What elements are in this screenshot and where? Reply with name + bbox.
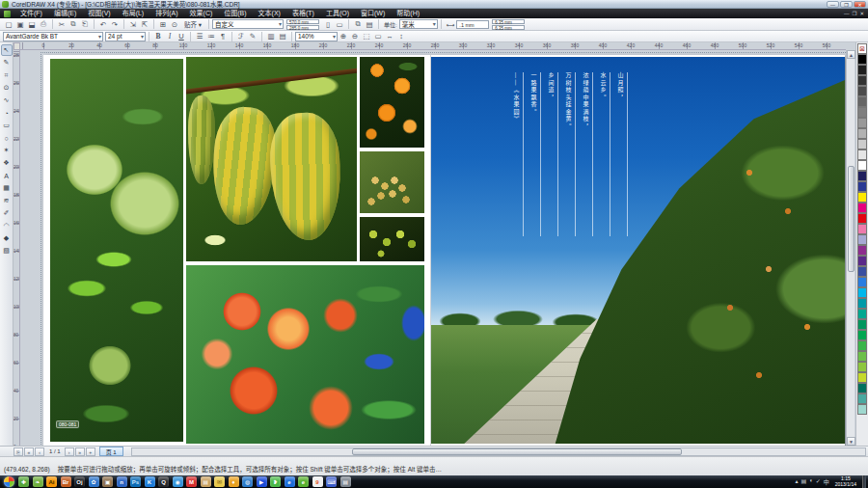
save-icon[interactable]: ⬓ [26,19,38,30]
taskbar-ie-icon[interactable]: e [285,476,295,487]
doc-restore-button[interactable]: ❐ [852,11,856,16]
color-swatch-11[interactable] [857,171,867,181]
full-page-view-icon[interactable]: ▥ [265,31,277,41]
color-swatch-14[interactable] [857,203,867,213]
application-launcher-icon[interactable]: ⊞ [157,19,169,30]
color-swatch-29[interactable] [857,362,867,372]
taskbar-mail-icon[interactable]: ✉ [214,476,225,487]
font-size-select[interactable]: 24 pt [105,32,146,41]
taskbar-coreldraw-icon[interactable]: ❧ [33,476,43,487]
duplicate-y-field[interactable]: 6.35 mm [492,25,525,30]
table-tool[interactable]: ▦ [1,182,13,194]
zoom-page-icon[interactable]: ▭ [372,31,384,41]
color-swatch-19[interactable] [857,256,867,266]
page-spread[interactable]: 080-081 山月照，水云乡。浓绿荫中果满枝，万树枝头挂金黄。乡间道，一路果飘… [43,55,845,446]
horizontal-scrollbar[interactable] [131,447,866,456]
zoom-out-icon[interactable]: ⊖ [349,31,361,41]
drawing-canvas[interactable]: 080-081 山月照，水云乡。浓绿荫中果满枝，万树枝头挂金黄。乡间道，一路果飘… [20,50,846,446]
undo-icon[interactable]: ↶ [97,19,109,30]
portrait-button[interactable]: ▯ [322,19,334,30]
units-select[interactable]: 毫米 [399,19,438,29]
maximize-button[interactable]: ❐ [840,1,853,8]
color-swatch-15[interactable] [857,213,867,224]
menu-item-5[interactable]: 效果(C) [184,9,219,18]
menu-item-8[interactable]: 表格(T) [286,9,320,18]
color-swatch-21[interactable] [857,277,867,287]
current-page-button[interactable]: ▤ [364,19,375,30]
no-color-swatch[interactable]: ⊠ [857,43,867,54]
taskbar-n-app-icon[interactable]: n [117,476,127,487]
color-swatch-0[interactable] [857,54,867,65]
tray-network-icon[interactable]: ▤ [800,477,806,486]
bullet-list-icon[interactable]: ≔ [205,31,217,41]
font-family-select[interactable]: AvantGarde Bk BT [3,32,103,41]
doc-close-button[interactable]: ✕ [859,11,864,16]
zoom-in-icon[interactable]: ⊕ [338,31,349,41]
color-swatch-4[interactable] [857,96,867,107]
ellipse-tool[interactable]: ○ [1,132,13,144]
tray-volume-icon[interactable]: ◖ [809,477,813,486]
menu-item-2[interactable]: 视图(V) [82,9,116,18]
outline-tool[interactable]: ◠ [1,220,13,231]
taskbar-green-bird-icon[interactable]: ❥ [270,476,281,487]
color-swatch-30[interactable] [857,372,867,383]
taskbar-360safe-icon[interactable]: ✚ [18,476,29,487]
photo-green-plums[interactable] [360,217,424,261]
color-swatch-8[interactable] [857,139,867,149]
char-formatting-icon[interactable]: ℱ [235,31,247,41]
color-swatch-7[interactable] [857,128,867,139]
color-swatch-33[interactable] [857,404,867,415]
taskbar-notes-icon[interactable]: ▤ [201,476,211,487]
taskbar-360browser-icon[interactable]: e [298,476,309,487]
color-swatch-18[interactable] [857,245,867,256]
menu-item-3[interactable]: 布局(L) [117,9,150,18]
taskbar-firebird-icon[interactable]: ♦ [229,476,239,487]
taskbar-devices-icon[interactable]: ⌨ [326,476,337,487]
color-swatch-3[interactable] [857,86,867,96]
hscroll-thumb[interactable] [352,448,682,455]
edit-text-icon[interactable]: ✎ [247,31,258,41]
snap-to-dropdown[interactable]: 贴齐 ▾ [180,19,205,29]
zoom-tool[interactable]: ⊙ [1,82,13,94]
tray-safety-icon[interactable]: ✓ [816,477,821,486]
vertical-scrollbar[interactable]: ▲ ▼ [846,50,854,446]
pick-tool[interactable]: ↖ [1,44,13,56]
color-swatch-9[interactable] [857,149,867,160]
color-swatch-22[interactable] [857,287,867,298]
color-swatch-2[interactable] [857,75,867,86]
minimize-button[interactable]: — [827,1,839,8]
taskbar-bridge-icon[interactable]: Br [61,476,71,487]
taskbar-illustrator-icon[interactable]: Ai [46,476,57,487]
color-swatch-6[interactable] [857,118,867,128]
paste-icon[interactable]: ⎗ [79,19,91,30]
bold-button[interactable]: B [152,31,164,41]
shape-tool[interactable]: ✎ [1,57,13,68]
taskbar-kugou-icon[interactable]: K [145,476,155,487]
open-icon[interactable]: ▣ [14,19,26,30]
color-swatch-13[interactable] [857,192,867,203]
start-button[interactable] [4,476,14,487]
zoom-height-icon[interactable]: ↕ [395,31,407,41]
taskbar-qq-icon[interactable]: Q [158,476,169,487]
taskbar-font-app-icon[interactable]: Oj [74,476,85,487]
taskbar-globe-icon[interactable]: ◍ [242,476,253,487]
taskbar-photoshop-icon[interactable]: Ps [130,476,141,487]
doc-minimize-button[interactable]: — [844,11,850,16]
vertical-ruler[interactable]: 280260240220200180160140120100806040200 [14,50,20,446]
photo-peaches[interactable] [186,265,424,444]
paper-width-field[interactable]: 570.0 mm [286,19,319,24]
menu-item-9[interactable]: 工具(O) [320,9,355,18]
color-swatch-1[interactable] [857,65,867,75]
underline-button[interactable]: U [176,31,187,41]
menu-item-11[interactable]: 帮助(H) [391,9,425,18]
prev-page-icon[interactable]: ‹ [35,447,44,456]
copy-icon[interactable]: ⧉ [68,19,79,30]
crop-tool[interactable]: ⌗ [1,69,13,81]
taskbar-drive-icon[interactable]: ▤ [340,476,351,487]
photo-orchard-road[interactable]: 山月照，水云乡。浓绿荫中果满枝，万树枝头挂金黄。乡间道，一路果飘香。——《水果园… [431,57,845,444]
scroll-up-icon[interactable]: ▲ [847,50,855,59]
zoom-width-icon[interactable]: ↔ [384,31,395,41]
color-swatch-24[interactable] [857,309,867,319]
menu-item-0[interactable]: 文件(F) [14,9,48,18]
menu-item-7[interactable]: 文本(X) [253,9,286,18]
